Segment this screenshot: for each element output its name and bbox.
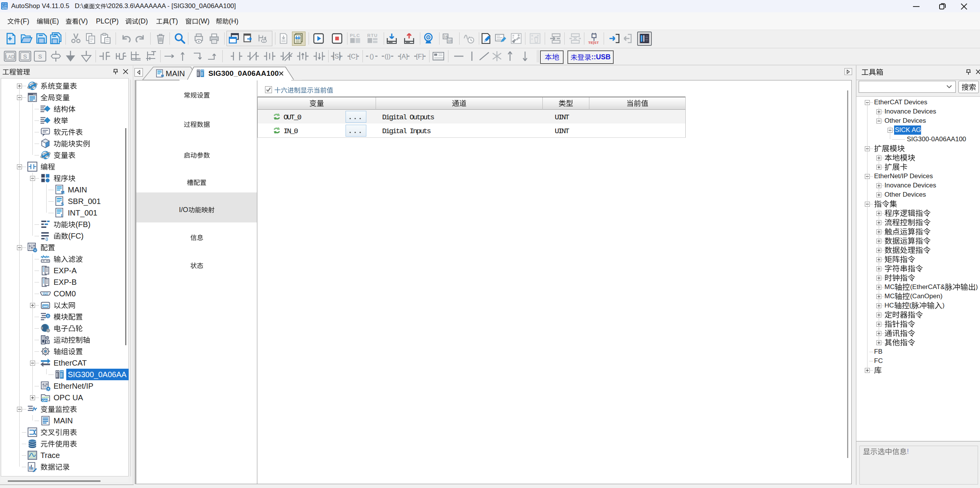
svg-text:10: 10 <box>448 38 452 43</box>
svg-text:S: S <box>23 53 27 60</box>
svg-text:AUTO: AUTO <box>2 7 7 10</box>
svg-text:[C]: [C] <box>349 53 357 60</box>
svg-text:[F]: [F] <box>416 53 424 60</box>
svg-text:M: M <box>161 74 164 78</box>
svg-text:(): () <box>369 53 374 60</box>
svg-text:RTU: RTU <box>367 33 378 38</box>
svg-text:LAD: LAD <box>5 54 15 60</box>
svg-text:OPC: OPC <box>42 399 49 402</box>
svg-text:[A]: [A] <box>400 53 408 60</box>
svg-text:(): () <box>45 237 48 241</box>
svg-text:M: M <box>61 190 64 195</box>
svg-text:PLC: PLC <box>350 33 360 38</box>
svg-text:TE|ST: TE|ST <box>588 40 599 45</box>
svg-text:I: I <box>61 213 62 218</box>
svg-text:(|): (|) <box>384 53 391 60</box>
svg-text:S: S <box>61 202 64 206</box>
svg-text:S: S <box>38 53 42 60</box>
svg-text:(S): (S) <box>332 53 341 60</box>
